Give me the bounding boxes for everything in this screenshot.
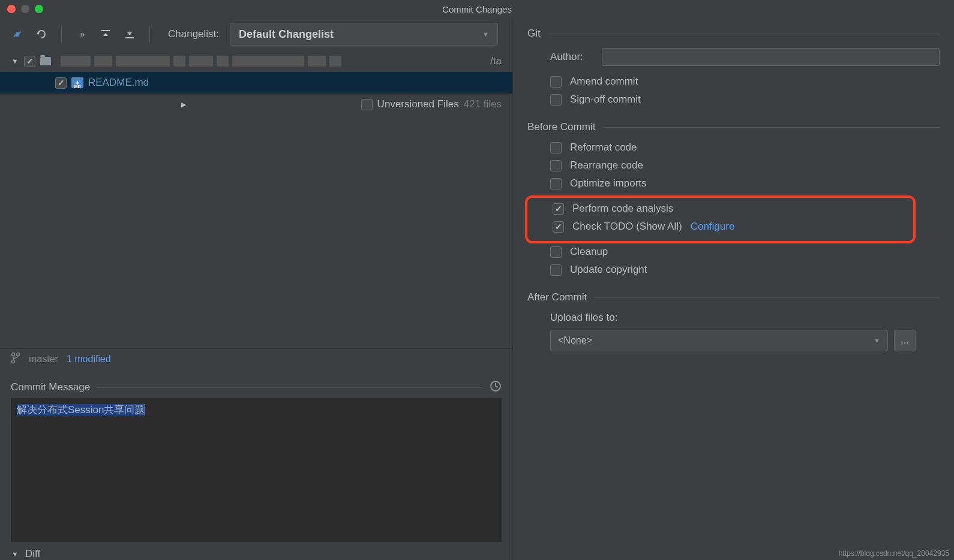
todo-label: Check TODO (Show All)	[572, 221, 682, 233]
divider	[548, 34, 940, 34]
tree-root-row[interactable]: /ta	[0, 50, 512, 72]
close-window-button[interactable]	[7, 5, 16, 13]
reformat-label: Reformat code	[570, 141, 637, 153]
watermark: https://blog.csdn.net/qq_20042935	[839, 549, 949, 558]
file-name: README.md	[88, 77, 149, 89]
chevron-down-icon: ▼	[874, 337, 880, 344]
file-tree: /ta ⵜ README.md Unversioned Files 421 fi…	[0, 50, 512, 348]
markdown-file-icon: ⵜ	[71, 77, 83, 88]
cleanup-checkbox[interactable]	[550, 246, 562, 258]
window-title: Commit Changes	[442, 4, 512, 14]
svg-point-4	[12, 360, 15, 363]
branch-name: master	[29, 354, 58, 365]
analysis-checkbox[interactable]	[553, 203, 564, 215]
svg-rect-1	[125, 37, 134, 38]
more-button[interactable]: ...	[894, 330, 916, 351]
tree-unversioned-row[interactable]: Unversioned Files 421 files	[0, 94, 512, 115]
obscured-path	[61, 56, 341, 67]
chevron-down-icon[interactable]	[11, 550, 19, 558]
svg-point-2	[12, 353, 15, 356]
history-icon[interactable]	[490, 380, 502, 395]
chevron-right-icon[interactable]	[11, 97, 356, 112]
unversioned-checkbox[interactable]	[361, 99, 373, 110]
minimize-window-button[interactable]	[21, 5, 29, 13]
git-section-label: Git	[527, 28, 541, 40]
branch-icon	[11, 353, 20, 366]
modified-link[interactable]: 1 modified	[67, 354, 111, 365]
collapse-down-icon[interactable]	[123, 28, 136, 41]
cleanup-label: Cleanup	[570, 246, 608, 258]
toolbar: » Changelist: Default Changelist ▼	[0, 18, 512, 50]
author-label: Author:	[550, 51, 593, 63]
changelist-label: Changelist:	[168, 28, 219, 40]
reformat-checkbox[interactable]	[550, 142, 562, 153]
signoff-label: Sign-off commit	[570, 94, 641, 106]
unversioned-count: 421 files	[464, 98, 502, 110]
undo-icon[interactable]	[35, 28, 48, 41]
titlebar: Commit Changes	[0, 0, 954, 18]
signoff-checkbox[interactable]	[550, 94, 562, 106]
todo-checkbox[interactable]	[553, 221, 564, 233]
highlight-box: Perform code analysis Check TODO (Show A…	[525, 195, 916, 243]
svg-rect-0	[101, 30, 110, 31]
upload-dropdown[interactable]: <None> ▼	[550, 330, 888, 351]
divider	[602, 127, 940, 128]
upload-files-label: Upload files to:	[550, 312, 940, 324]
commit-message-label: Commit Message	[11, 381, 90, 393]
optimize-checkbox[interactable]	[550, 178, 562, 189]
rearrange-label: Rearrange code	[570, 159, 643, 171]
analysis-label: Perform code analysis	[572, 203, 673, 215]
chevron-down-icon[interactable]	[11, 57, 19, 65]
optimize-label: Optimize imports	[570, 177, 647, 189]
window-controls	[7, 5, 43, 13]
svg-point-3	[17, 353, 20, 356]
tree-file-row[interactable]: ⵜ README.md	[0, 72, 512, 94]
changelist-dropdown[interactable]: Default Changelist ▼	[230, 23, 498, 46]
chevron-right-double-icon[interactable]: »	[75, 28, 88, 41]
commit-message-input[interactable]: 解决分布式Session共享问题	[11, 398, 502, 542]
maximize-window-button[interactable]	[35, 5, 43, 13]
upload-value: <None>	[558, 335, 592, 346]
swap-icon[interactable]	[11, 28, 24, 41]
author-input[interactable]	[602, 48, 940, 66]
copyright-label: Update copyright	[570, 264, 647, 276]
divider	[594, 297, 940, 298]
amend-label: Amend commit	[570, 76, 638, 88]
folder-icon	[40, 57, 51, 65]
divider	[97, 387, 482, 388]
branch-status: master 1 modified	[0, 348, 512, 369]
rearrange-checkbox[interactable]	[550, 160, 562, 171]
after-commit-label: After Commit	[527, 291, 587, 303]
changelist-value: Default Changelist	[239, 28, 334, 41]
diff-label: Diff	[25, 548, 40, 560]
amend-checkbox[interactable]	[550, 76, 562, 88]
chevron-down-icon: ▼	[482, 31, 489, 38]
before-commit-label: Before Commit	[527, 121, 595, 133]
configure-link[interactable]: Configure	[691, 221, 735, 233]
collapse-up-icon[interactable]	[99, 28, 112, 41]
diff-section[interactable]: Diff	[0, 542, 512, 560]
file-checkbox[interactable]	[55, 77, 67, 89]
copyright-checkbox[interactable]	[550, 264, 562, 276]
commit-message-text: 解决分布式Session共享问题	[17, 404, 145, 416]
unversioned-label: Unversioned Files	[377, 98, 459, 110]
root-checkbox[interactable]	[24, 56, 35, 67]
root-path-suffix: /ta	[490, 55, 502, 67]
